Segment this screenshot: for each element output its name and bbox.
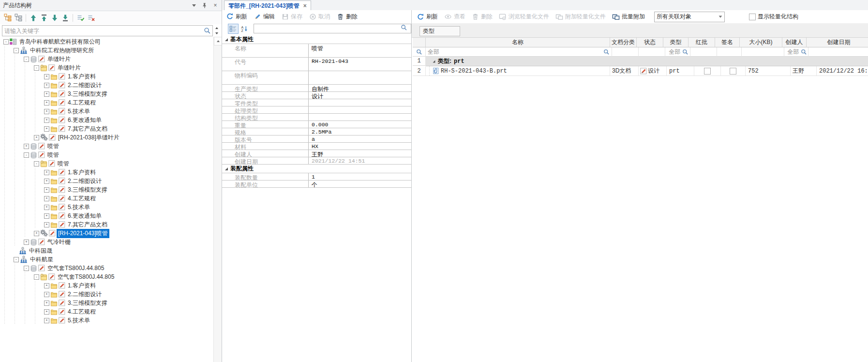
property-row[interactable]: 版本号a (222, 136, 411, 143)
property-value[interactable] (308, 71, 411, 84)
tree-node-label[interactable]: 2.二维图设计 (66, 177, 103, 186)
column-header-2[interactable]: 文档分类 (610, 37, 637, 47)
doc-class-cell[interactable]: 3D文档 (610, 66, 639, 76)
tree-node-label[interactable]: 中科航星 (29, 255, 55, 264)
tree-node[interactable]: +喷管 (0, 142, 213, 151)
collapse-expander-icon[interactable]: - (34, 161, 39, 166)
toolbar-button-refresh[interactable]: 刷新 (417, 13, 438, 21)
tree-node[interactable]: +6.更改通知单 (0, 116, 213, 124)
tree-node[interactable]: +2.二维图设计 (0, 177, 213, 185)
red-mark-checkbox[interactable] (704, 68, 711, 75)
tree-node[interactable]: +[RH-2021-038]单缝叶片 (0, 133, 213, 142)
tree-node[interactable]: -喷管 (0, 159, 213, 168)
collapse-expander-icon[interactable]: - (34, 274, 39, 280)
tree-node[interactable]: +7.其它产品文档 (0, 124, 213, 133)
expand-expander-icon[interactable]: + (44, 292, 49, 297)
property-value[interactable]: 王野 (308, 150, 411, 157)
filter-empty-cell[interactable] (612, 47, 639, 57)
property-row[interactable]: 代号RH-2021-043 (222, 58, 411, 71)
tree-node[interactable]: +7.其它产品文档 (0, 220, 213, 229)
toolbar-button-delete[interactable]: 删除 (337, 13, 358, 21)
tree-node-label[interactable]: 5.技术单 (66, 107, 91, 116)
tree-node[interactable]: -空气套TS800J.44.805 (0, 264, 213, 272)
tree-node-label[interactable]: 2.二维图设计 (66, 290, 103, 299)
search-icon[interactable] (416, 49, 422, 55)
filter-empty-cell[interactable] (808, 47, 868, 57)
created-date-cell[interactable]: 2021/12/22 16:13 (817, 66, 868, 76)
filter-creator-value[interactable]: 全部 (786, 48, 799, 56)
tree-node-label[interactable]: 5.技术单 (66, 203, 91, 212)
file-row-number[interactable]: 2 (413, 66, 426, 76)
tree-scrollbar[interactable] (213, 37, 222, 362)
filter-search-cell[interactable] (413, 47, 426, 57)
property-value[interactable]: a (308, 136, 411, 142)
tree-node-label[interactable]: 4.工艺规程 (66, 194, 97, 203)
expand-expander-icon[interactable]: + (44, 170, 49, 175)
property-value[interactable]: 设计 (308, 92, 411, 99)
tree-node-label[interactable]: 1.客户资料 (66, 281, 97, 290)
tree-node-label[interactable]: 3.三维模型支撑 (66, 90, 109, 99)
tree-node[interactable]: +2.二维图设计 (0, 81, 213, 90)
tree-node[interactable]: -中科航星 (0, 255, 213, 264)
tree-node-label[interactable]: 青岛中科睿航航空科技有限公司 (18, 37, 102, 46)
filter-empty-cell[interactable] (717, 47, 742, 57)
property-row[interactable]: 结构类型 (222, 114, 411, 121)
toolbar-button-batch-attach[interactable]: 批量附加 (612, 13, 645, 21)
expand-expander-icon[interactable]: + (44, 100, 49, 106)
tree-node[interactable]: +2.二维图设计 (0, 290, 213, 299)
column-header-5[interactable]: 红批 (688, 37, 715, 47)
property-value[interactable] (308, 114, 411, 121)
tree-node-label[interactable]: 4.工艺规程 (66, 307, 97, 317)
tree-node-label[interactable]: 喷管 (46, 142, 60, 151)
column-header-9[interactable]: 创建日期 (807, 37, 868, 47)
expand-expander-icon[interactable]: + (44, 126, 49, 132)
property-row[interactable]: 装配数量1 (222, 173, 411, 181)
group-row-header[interactable]: 类型: prt (426, 57, 868, 66)
tree-search-input[interactable] (2, 28, 204, 34)
expand-expander-icon[interactable]: + (44, 187, 49, 193)
tree-node[interactable]: +5.技术单 (0, 203, 213, 211)
tree-node-label[interactable]: 气冷叶栅 (46, 238, 72, 247)
move-up-icon[interactable] (28, 13, 39, 23)
tree-node[interactable]: +1.客户资料 (0, 72, 213, 81)
property-value[interactable]: 2021/12/22 14:51 (308, 157, 411, 164)
tree-node[interactable]: -空气套TS800J.44.805 (0, 272, 213, 281)
tree-node[interactable]: +[RH-2021-043]喷管 (0, 229, 213, 238)
tree-node[interactable]: -青岛中科睿航航空科技有限公司 (0, 37, 213, 46)
tree-node[interactable]: -单缝叶片 (0, 63, 213, 72)
type-cell[interactable]: prt (667, 66, 694, 76)
tree-node-label[interactable]: 3.三维模型支撑 (66, 299, 109, 308)
filter-name-value[interactable]: 全部 (426, 48, 603, 56)
column-header-4[interactable]: 类型 (663, 37, 688, 47)
collapse-expander-icon[interactable]: - (14, 257, 19, 262)
tree-node[interactable]: +5.技术单 (0, 107, 213, 116)
batch-check-icon[interactable] (75, 13, 86, 23)
tree-node-label[interactable]: 单缝叶片 (56, 63, 82, 73)
column-header-7[interactable]: 大小(KB) (740, 37, 782, 47)
group-collapse-icon[interactable] (433, 60, 435, 62)
tree-node-label[interactable]: 2.二维图设计 (66, 81, 103, 90)
tree-node[interactable]: +4.工艺规程 (0, 307, 213, 316)
property-row[interactable]: 创建日期2021/12/22 14:51 (222, 157, 411, 165)
tree-node-label[interactable]: 6.更改通知单 (66, 116, 103, 125)
property-filter-input[interactable] (254, 24, 411, 33)
expand-expander-icon[interactable]: + (44, 222, 49, 227)
tree-node-label[interactable]: 6.更改通知单 (66, 211, 103, 221)
filter-empty-cell[interactable] (690, 47, 717, 57)
collapse-expander-icon[interactable]: - (24, 57, 29, 62)
filter-type-cell[interactable]: 全部 (665, 47, 690, 57)
spin-down-icon[interactable] (214, 31, 220, 35)
filter-creator-cell[interactable]: 全部 (784, 47, 808, 57)
section-collapse-icon[interactable] (225, 38, 228, 41)
expand-expander-icon[interactable]: + (24, 240, 29, 245)
collapse-all-icon[interactable] (2, 13, 13, 23)
property-value[interactable] (308, 106, 411, 113)
property-row[interactable]: 装配单位个 (222, 181, 411, 188)
expand-expander-icon[interactable]: + (44, 301, 49, 306)
tree-node[interactable]: +4.工艺规程 (0, 194, 213, 203)
column-header-6[interactable]: 签名 (715, 37, 740, 47)
signature-checkbox[interactable] (730, 68, 736, 75)
tab-part-rh-2021-043[interactable]: 零部件_[RH-2021-043]喷管 × (224, 0, 311, 11)
tree-node-label[interactable]: [RH-2021-038]单缝叶片 (57, 133, 121, 142)
tree-node[interactable]: +1.客户资料 (0, 168, 213, 177)
